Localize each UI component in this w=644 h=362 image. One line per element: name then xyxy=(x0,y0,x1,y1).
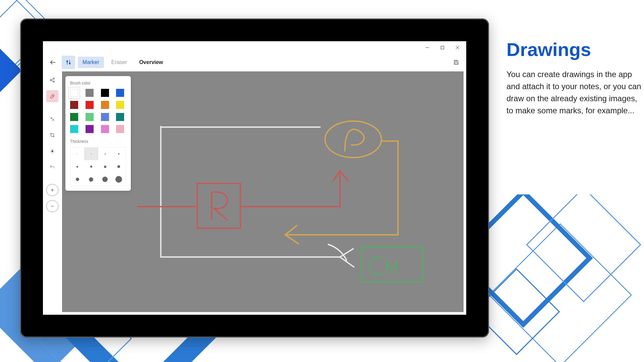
left-toolbar xyxy=(43,71,61,315)
thickness-option-3[interactable] xyxy=(112,147,126,160)
svg-rect-19 xyxy=(455,60,457,62)
zoom-in-button[interactable] xyxy=(46,184,58,196)
color-swatch-0[interactable] xyxy=(70,89,78,97)
svg-rect-11 xyxy=(441,46,444,49)
tablet-frame: Marker Eraser Overview xyxy=(20,18,489,338)
thickness-option-0[interactable] xyxy=(70,147,84,160)
color-swatch-4[interactable] xyxy=(70,101,78,109)
overview-tab[interactable]: Overview xyxy=(135,57,168,68)
color-swatch-7[interactable] xyxy=(116,101,124,109)
thickness-option-4[interactable] xyxy=(70,160,84,173)
shrink-tool-button[interactable] xyxy=(46,113,58,125)
color-swatch-2[interactable] xyxy=(101,89,109,97)
brush-settings-panel: Brush color Thickness xyxy=(65,76,131,191)
svg-line-28 xyxy=(53,119,54,121)
thickness-grid xyxy=(70,147,126,186)
close-button[interactable] xyxy=(450,41,465,54)
color-swatch-8[interactable] xyxy=(70,113,78,121)
content-area: Brush color Thickness xyxy=(43,71,466,315)
thickness-option-7[interactable] xyxy=(112,160,126,173)
color-swatch-5[interactable] xyxy=(86,101,94,109)
svg-rect-6 xyxy=(489,224,631,362)
thickness-option-2[interactable] xyxy=(98,147,112,160)
back-button[interactable] xyxy=(47,56,59,68)
thickness-option-8[interactable] xyxy=(70,173,84,186)
svg-line-26 xyxy=(52,95,53,97)
svg-point-21 xyxy=(50,79,51,81)
app-toolbar: Marker Eraser Overview xyxy=(43,54,466,71)
svg-point-18 xyxy=(69,63,70,64)
svg-line-37 xyxy=(53,149,54,150)
svg-rect-43 xyxy=(362,247,423,282)
color-grid xyxy=(70,89,126,133)
color-swatch-9[interactable] xyxy=(86,113,94,121)
thickness-option-6[interactable] xyxy=(98,160,112,173)
eraser-tool-button[interactable] xyxy=(46,90,58,102)
marketing-title: Drawings xyxy=(506,39,644,60)
color-swatch-15[interactable] xyxy=(116,125,124,133)
svg-line-34 xyxy=(51,149,51,150)
color-swatch-13[interactable] xyxy=(86,125,94,133)
svg-point-23 xyxy=(53,81,54,82)
svg-point-41 xyxy=(325,121,381,158)
svg-line-35 xyxy=(53,152,54,153)
window-titlebar xyxy=(43,41,466,54)
thickness-option-9[interactable] xyxy=(84,173,98,186)
marker-tab[interactable]: Marker xyxy=(78,57,104,68)
thickness-option-1[interactable] xyxy=(84,147,98,160)
color-swatch-14[interactable] xyxy=(101,125,109,133)
brush-settings-button[interactable] xyxy=(62,56,75,69)
svg-line-24 xyxy=(51,79,53,80)
share-button[interactable] xyxy=(46,74,58,86)
zoom-out-button[interactable] xyxy=(46,200,58,212)
eraser-tab[interactable]: Eraser xyxy=(107,57,132,68)
color-swatch-6[interactable] xyxy=(101,101,109,109)
svg-point-17 xyxy=(66,61,68,62)
color-swatch-11[interactable] xyxy=(116,113,124,121)
svg-rect-42 xyxy=(197,183,240,228)
svg-point-22 xyxy=(53,78,54,79)
drawing-canvas[interactable]: Brush color Thickness xyxy=(62,71,464,312)
svg-line-27 xyxy=(50,117,52,119)
minimize-button[interactable] xyxy=(420,41,435,54)
maximize-button[interactable] xyxy=(435,41,450,54)
brightness-tool-button[interactable] xyxy=(46,145,58,157)
undo-button[interactable] xyxy=(46,161,58,173)
svg-point-29 xyxy=(51,150,53,152)
color-swatch-3[interactable] xyxy=(116,89,124,97)
svg-rect-20 xyxy=(455,63,458,64)
thickness-option-11[interactable] xyxy=(112,173,126,186)
thickness-option-5[interactable] xyxy=(84,160,98,173)
svg-rect-2 xyxy=(0,42,22,99)
thickness-option-10[interactable] xyxy=(98,173,112,186)
marketing-body: You can create drawings in the app and a… xyxy=(506,68,644,117)
brush-color-label: Brush color xyxy=(70,81,126,85)
app-screen: Marker Eraser Overview xyxy=(43,41,466,315)
marketing-panel: Drawings You can create drawings in the … xyxy=(506,39,644,117)
crop-tool-button[interactable] xyxy=(46,129,58,141)
svg-line-36 xyxy=(51,152,51,153)
color-swatch-1[interactable] xyxy=(86,89,94,97)
color-swatch-10[interactable] xyxy=(101,113,109,121)
save-button[interactable] xyxy=(450,56,462,68)
color-swatch-12[interactable] xyxy=(70,125,78,133)
svg-line-25 xyxy=(51,80,53,81)
thickness-label: Thickness xyxy=(70,139,126,144)
